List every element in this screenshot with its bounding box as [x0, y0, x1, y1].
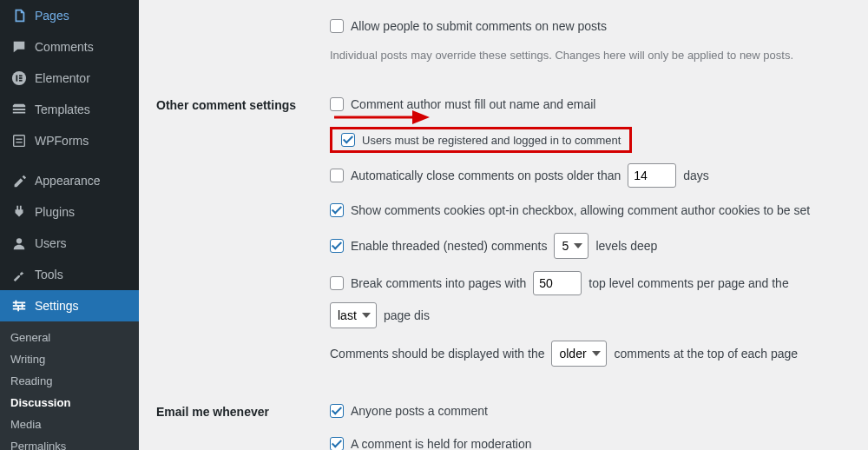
- threaded-checkbox[interactable]: [330, 239, 344, 253]
- anyone-posts-checkbox[interactable]: [330, 404, 344, 418]
- sidebar-item-pages[interactable]: Pages: [0, 0, 139, 31]
- cookies-optin-checkbox[interactable]: [330, 203, 344, 217]
- svg-rect-3: [19, 77, 23, 79]
- threaded-levels-select[interactable]: 5: [554, 233, 589, 259]
- sidebar-item-appearance[interactable]: Appearance: [0, 165, 139, 196]
- held-moderation-checkbox[interactable]: [330, 437, 344, 450]
- sidebar-item-settings[interactable]: Settings: [0, 290, 139, 321]
- svg-rect-2: [19, 75, 23, 76]
- wpforms-icon: [10, 132, 28, 149]
- svg-rect-1: [16, 75, 17, 81]
- settings-submenu: General Writing Reading Discussion Media…: [0, 321, 139, 450]
- held-moderation-label: A comment is held for moderation: [351, 437, 532, 450]
- sidebar-item-wpforms[interactable]: WPForms: [0, 125, 139, 156]
- display-order-select[interactable]: older: [551, 341, 607, 367]
- submenu-item-media[interactable]: Media: [0, 414, 139, 435]
- sidebar: Pages Comments Elementor Templates WPFor…: [0, 0, 139, 450]
- submenu-item-reading[interactable]: Reading: [0, 370, 139, 392]
- sidebar-item-plugins[interactable]: Plugins: [0, 196, 139, 228]
- allow-comments-checkbox[interactable]: [330, 19, 344, 33]
- author-fill-checkbox[interactable]: [330, 97, 344, 111]
- author-fill-label: Comment author must fill out name and em…: [351, 97, 595, 111]
- submenu-item-discussion[interactable]: Discussion: [0, 392, 139, 414]
- must-register-label: Users must be registered and logged in t…: [362, 134, 621, 147]
- auto-close-pre-label: Automatically close comments on posts ol…: [351, 169, 621, 182]
- must-register-checkbox[interactable]: [341, 133, 355, 147]
- submenu-item-writing[interactable]: Writing: [0, 348, 139, 370]
- auto-close-days-input[interactable]: [628, 163, 676, 188]
- allow-comments-label: Allow people to submit comments on new p…: [351, 19, 607, 33]
- sidebar-item-label: Pages: [35, 9, 69, 23]
- users-icon: [10, 235, 28, 252]
- threaded-pre-label: Enable threaded (nested) comments: [351, 239, 547, 253]
- threaded-post-label: levels deep: [595, 239, 657, 253]
- settings-content: Allow people to submit comments on new p…: [139, 0, 868, 450]
- anyone-posts-label: Anyone posts a comment: [351, 404, 488, 418]
- break-pages-checkbox[interactable]: [330, 276, 344, 290]
- submenu-item-permalinks[interactable]: Permalinks: [0, 435, 139, 450]
- cookies-optin-label: Show comments cookies opt-in checkbox, a…: [351, 203, 810, 217]
- sidebar-item-elementor[interactable]: Elementor: [0, 63, 139, 94]
- svg-rect-9: [13, 302, 25, 304]
- default-article-note: Individual posts may override these sett…: [330, 49, 842, 62]
- svg-rect-14: [17, 307, 19, 311]
- break-mid-label: top level comments per page and the: [589, 276, 788, 290]
- templates-icon: [10, 101, 28, 118]
- sidebar-item-label: Comments: [35, 40, 94, 54]
- break-perpage-input[interactable]: [533, 271, 582, 295]
- other-comment-heading: Other comment settings: [156, 81, 330, 387]
- highlight-box: Users must be registered and logged in t…: [330, 127, 632, 153]
- elementor-icon: [10, 69, 28, 87]
- display-post-label: comments at the top of each page: [614, 347, 798, 361]
- pages-icon: [10, 7, 28, 24]
- svg-rect-5: [14, 136, 25, 147]
- sidebar-item-label: Appearance: [35, 174, 101, 188]
- settings-icon: [10, 297, 28, 314]
- tools-icon: [10, 266, 28, 283]
- sidebar-item-label: Elementor: [35, 71, 90, 85]
- svg-rect-12: [16, 301, 17, 305]
- sidebar-item-users[interactable]: Users: [0, 228, 139, 259]
- break-post-label: page dis: [384, 308, 430, 322]
- email-me-heading: Email me whenever: [156, 387, 330, 450]
- sidebar-item-tools[interactable]: Tools: [0, 259, 139, 290]
- auto-close-post-label: days: [683, 169, 709, 182]
- sidebar-item-templates[interactable]: Templates: [0, 94, 139, 125]
- svg-rect-4: [19, 80, 23, 82]
- break-pre-label: Break comments into pages with: [351, 276, 526, 290]
- sidebar-item-label: Settings: [35, 299, 79, 313]
- break-lastfirst-select[interactable]: last: [330, 302, 377, 328]
- sidebar-item-label: WPForms: [35, 134, 89, 148]
- sidebar-item-label: Plugins: [35, 205, 75, 219]
- svg-rect-13: [22, 303, 23, 308]
- sidebar-item-label: Templates: [35, 103, 90, 116]
- display-pre-label: Comments should be displayed with the: [330, 347, 544, 361]
- appearance-icon: [10, 172, 28, 189]
- auto-close-checkbox[interactable]: [330, 169, 344, 182]
- svg-point-8: [16, 238, 22, 243]
- sidebar-item-label: Users: [35, 236, 67, 250]
- sidebar-item-comments[interactable]: Comments: [0, 31, 139, 63]
- sidebar-item-label: Tools: [35, 268, 63, 281]
- comment-icon: [10, 38, 28, 56]
- svg-rect-10: [13, 305, 25, 307]
- submenu-item-general[interactable]: General: [0, 327, 139, 348]
- plugins-icon: [10, 203, 28, 221]
